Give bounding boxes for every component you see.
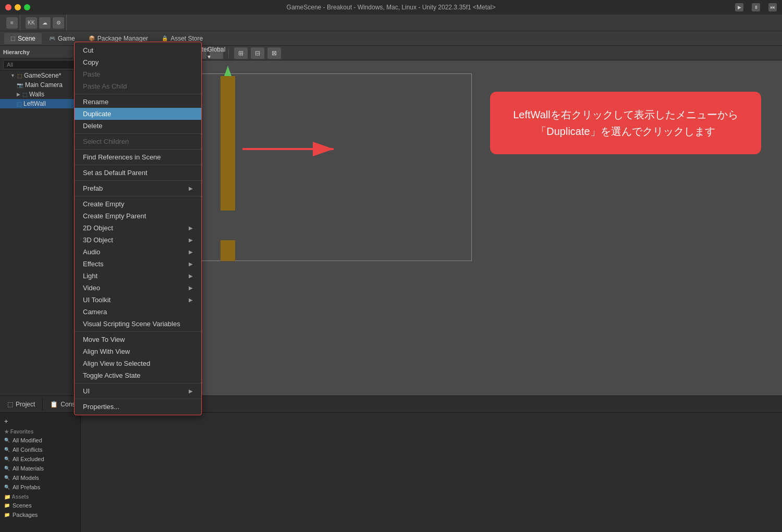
menu-2d-object[interactable]: 2D Object ▶: [75, 222, 201, 234]
menu-prefab-label: Prefab: [83, 184, 103, 192]
tab-game-label: Game: [58, 35, 75, 42]
menu-divider-5: [75, 180, 201, 181]
walls-icon: ⬚: [22, 92, 27, 97]
menu-create-empty-parent-label: Create Empty Parent: [83, 212, 146, 220]
gamescene-label: GameScene*: [24, 72, 61, 79]
menu-find-references[interactable]: Find References in Scene: [75, 151, 201, 163]
sidebar-all-models[interactable]: 🔍 All Models: [0, 473, 80, 482]
menu-audio[interactable]: Audio ▶: [75, 246, 201, 258]
menu-prefab[interactable]: Prefab ▶: [75, 182, 201, 194]
effects-submenu-arrow: ▶: [189, 261, 193, 267]
left-wall-bottom: [221, 240, 235, 261]
menu-find-references-label: Find References in Scene: [83, 153, 161, 161]
hierarchy-search-input[interactable]: [3, 60, 77, 69]
menu-paste-label: Paste: [83, 70, 100, 78]
menu-visual-scripting-label: Visual Scripting Scene Variables: [83, 320, 180, 328]
sidebar-all-excluded[interactable]: 🔍 All Excluded: [0, 454, 80, 464]
walls-arrow: ▶: [17, 92, 20, 97]
light-submenu-arrow: ▶: [189, 273, 193, 279]
maximize-button[interactable]: [24, 4, 30, 10]
menu-ui[interactable]: UI ▶: [75, 385, 201, 397]
annotation-text: LeftWallを右クリックして表示したメニューから「Duplicate」を選ん…: [513, 109, 738, 137]
project-sidebar: + ★ Favorites 🔍 All Modified 🔍 All Confl…: [0, 413, 81, 532]
sidebar-packages[interactable]: 📁 Packages: [0, 510, 80, 519]
menu-cut[interactable]: Cut: [75, 44, 201, 56]
menu-divider-1: [75, 94, 201, 94]
all-materials-label: All Materials: [13, 465, 44, 472]
menu-divider-2: [75, 133, 201, 134]
2d-submenu-arrow: ▶: [189, 225, 193, 231]
menu-align-with-view[interactable]: Align With View: [75, 345, 201, 357]
tab-scene-label: Scene: [18, 35, 35, 42]
menu-cut-label: Cut: [83, 46, 93, 54]
audio-submenu-arrow: ▶: [189, 249, 193, 255]
expand-arrow: ▼: [10, 73, 15, 78]
toolbar-separator2: [228, 48, 229, 58]
scenes-label: Scenes: [13, 502, 32, 509]
grid-button[interactable]: ⊟: [251, 47, 264, 59]
close-button[interactable]: [5, 4, 11, 10]
cloud-icon[interactable]: ☁: [39, 17, 51, 29]
menu-effects[interactable]: Effects ▶: [75, 258, 201, 270]
hierarchy-item-walls[interactable]: ▶ ⬚ Walls: [0, 90, 80, 99]
hierarchy-item-gamescene[interactable]: ▼ ⬚ GameScene*: [0, 71, 80, 80]
hierarchy-item-leftwall[interactable]: ⬚ LeftWall: [0, 99, 80, 108]
up-arrow-indicator: [224, 66, 231, 76]
menu-align-view-to-selected[interactable]: Align View to Selected: [75, 357, 201, 369]
menu-ui-toolkit-label: UI Toolkit: [83, 296, 111, 304]
minimize-button[interactable]: [15, 4, 21, 10]
packages-label: Packages: [13, 512, 38, 518]
sidebar-all-modified[interactable]: 🔍 All Modified: [0, 436, 80, 445]
menu-ui-toolkit[interactable]: UI Toolkit ▶: [75, 294, 201, 306]
menu-divider-7: [75, 331, 201, 332]
assets-section: 📁 Assets: [0, 492, 80, 501]
menu-3d-object[interactable]: 3D Object ▶: [75, 234, 201, 246]
traffic-lights[interactable]: [5, 4, 30, 10]
menu-create-empty[interactable]: Create Empty: [75, 198, 201, 210]
search-icon-3: 🔍: [4, 456, 10, 462]
menu-camera-label: Camera: [83, 308, 107, 316]
menu-toggle-active[interactable]: Toggle Active State: [75, 369, 201, 381]
hamburger-icon[interactable]: ≡: [6, 17, 18, 29]
menu-video[interactable]: Video ▶: [75, 282, 201, 294]
account-icon[interactable]: KK: [26, 17, 37, 29]
step-button[interactable]: ⏭: [768, 3, 777, 11]
hierarchy-title: Hierarchy: [3, 49, 30, 55]
gizmo-button[interactable]: ⊞: [234, 47, 248, 59]
console-tab-icon: 📋: [50, 401, 58, 408]
project-panel: + ★ Favorites 🔍 All Modified 🔍 All Confl…: [0, 412, 782, 532]
sidebar-scenes[interactable]: 📁 Scenes: [0, 501, 80, 510]
project-main: [81, 413, 782, 532]
hierarchy-item-maincamera[interactable]: 📷 Main Camera: [0, 80, 80, 90]
menu-move-to-view[interactable]: Move To View: [75, 333, 201, 345]
global-button[interactable]: Global ▾: [210, 47, 223, 59]
menu-copy[interactable]: Copy: [75, 56, 201, 68]
add-asset-button[interactable]: +: [0, 416, 80, 427]
sidebar-all-materials[interactable]: 🔍 All Materials: [0, 464, 80, 473]
menu-delete[interactable]: Delete: [75, 120, 201, 132]
game-tab-icon: 🎮: [49, 35, 55, 41]
menu-set-default-parent[interactable]: Set as Default Parent: [75, 167, 201, 179]
pause-button[interactable]: ⏸: [752, 3, 760, 11]
menu-camera[interactable]: Camera: [75, 306, 201, 318]
menu-rename[interactable]: Rename: [75, 96, 201, 108]
menu-create-empty-parent[interactable]: Create Empty Parent: [75, 210, 201, 222]
sidebar-all-conflicts[interactable]: 🔍 All Conflicts: [0, 445, 80, 454]
menu-3d-label: 3D Object: [83, 236, 113, 244]
leftwall-label: LeftWall: [23, 100, 46, 107]
play-button[interactable]: ▶: [735, 3, 743, 11]
menu-light[interactable]: Light ▶: [75, 270, 201, 282]
menu-paste-as-child-label: Paste As Child: [83, 82, 127, 90]
menu-create-empty-label: Create Empty: [83, 200, 124, 208]
sidebar-all-prefabs[interactable]: 🔍 All Prefabs: [0, 482, 80, 492]
extra-button[interactable]: ⊠: [267, 47, 281, 59]
menu-visual-scripting[interactable]: Visual Scripting Scene Variables: [75, 318, 201, 330]
project-tab[interactable]: ⬚ Project: [0, 398, 43, 411]
video-submenu-arrow: ▶: [189, 285, 193, 291]
menu-properties[interactable]: Properties...: [75, 401, 201, 413]
tab-scene[interactable]: ⬚ Scene: [4, 33, 42, 44]
favorites-section: ★ Favorites: [0, 427, 80, 436]
settings-icon[interactable]: ⚙: [53, 17, 64, 29]
menu-duplicate[interactable]: Duplicate: [75, 108, 201, 120]
menu-properties-label: Properties...: [83, 403, 119, 411]
